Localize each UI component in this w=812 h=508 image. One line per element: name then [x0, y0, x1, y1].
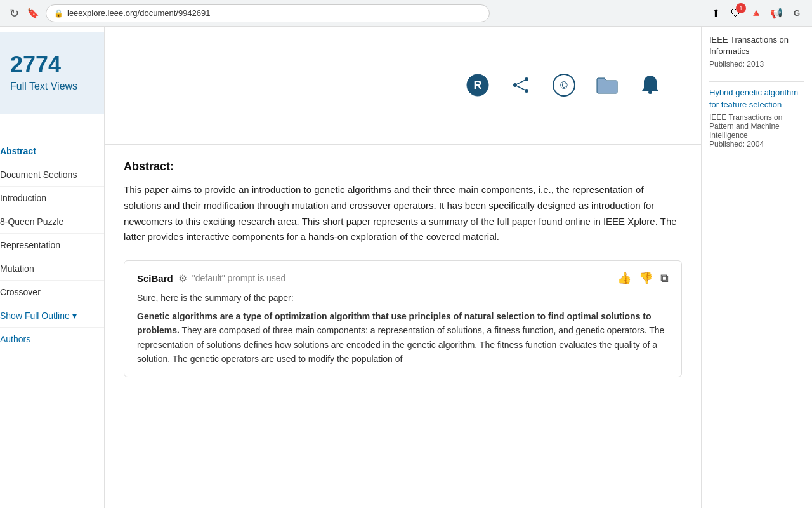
scibard-actions: 👍 👎 ⧉	[617, 271, 669, 285]
sidebar-item-abstract[interactable]: Abstract	[0, 140, 104, 163]
content-area: Abstract: This paper aims to provide an …	[105, 145, 701, 508]
abstract-title: Abstract:	[124, 160, 682, 173]
folder-icon[interactable]	[594, 72, 620, 98]
full-text-views-box: 2774 Full Text Views	[0, 32, 104, 114]
bookmark-icon[interactable]: 🔖	[27, 7, 39, 19]
scibard-body: Genetic algorithms are a type of optimiz…	[137, 309, 669, 366]
browser-actions: ⬆ 🛡1 🔺 📢 G	[708, 6, 804, 21]
action-icons: R ©	[465, 72, 663, 98]
sidebar: 2774 Full Text Views Abstract Document S…	[0, 27, 105, 508]
url-text: ieeexplore.ieee.org/document/9942691	[67, 8, 211, 18]
right-panel-item-2: Hybrid genetic algorithm for feature sel…	[709, 87, 804, 148]
right-panel-item-1: IEEE Transactions on Informatics Publish…	[709, 34, 804, 69]
stat-number: 2774	[10, 53, 61, 76]
svg-line-5	[517, 81, 525, 84]
right-panel-pub-2: Published: 2004	[709, 140, 804, 149]
scibard-intro: Sure, here is the summary of the paper:	[137, 293, 669, 303]
svg-point-2	[525, 77, 528, 81]
stats-bar: R ©	[105, 27, 701, 144]
scibard-box: SciBard ⚙ "default" prompt is used 👍 👎 ⧉…	[124, 260, 682, 377]
copy-button[interactable]: ⧉	[660, 271, 669, 285]
right-panel-divider	[709, 81, 804, 82]
svg-point-3	[513, 83, 517, 87]
lock-icon: 🔒	[54, 9, 63, 18]
shield-badge: 1	[736, 3, 746, 13]
refresh-button[interactable]: ↻	[8, 7, 20, 20]
svg-point-9	[648, 91, 652, 94]
megaphone-icon[interactable]: 📢	[769, 6, 784, 21]
sidebar-item-representation[interactable]: Representation	[0, 234, 104, 257]
right-panel-pub-1: Published: 2013	[709, 60, 804, 69]
sidebar-item-crossover[interactable]: Crossover	[0, 281, 104, 304]
svg-point-4	[525, 89, 528, 93]
upload-icon[interactable]: ⬆	[708, 6, 723, 21]
sidebar-item-full-outline[interactable]: Show Full Outline ▾	[0, 304, 104, 328]
sidebar-item-mutation[interactable]: Mutation	[0, 257, 104, 281]
right-panel-publisher-2: IEEE Transactions on Pattern and Machine…	[709, 113, 804, 140]
thumbup-button[interactable]: 👍	[617, 271, 631, 285]
right-panel-title-1: IEEE Transactions on Informatics	[709, 34, 804, 57]
share-icon[interactable]	[508, 72, 534, 98]
svg-text:R: R	[474, 79, 482, 91]
sidebar-item-8queen[interactable]: 8-Queen Puzzle	[0, 210, 104, 234]
svg-text:©: ©	[560, 80, 568, 91]
scibard-header: SciBard ⚙ "default" prompt is used 👍 👎 ⧉	[137, 271, 669, 285]
svg-line-6	[517, 86, 525, 90]
address-bar[interactable]: 🔒 ieeexplore.ieee.org/document/9942691	[46, 4, 490, 22]
sidebar-item-introduction[interactable]: Introduction	[0, 187, 104, 210]
abstract-text: This paper aims to provide an introducti…	[124, 182, 682, 245]
scibard-body-text: They are composed of three main componen…	[137, 325, 664, 364]
registered-icon[interactable]: R	[465, 72, 490, 98]
stat-label: Full Text Views	[10, 80, 77, 93]
translate-icon[interactable]: G	[789, 6, 804, 21]
bell-icon[interactable]	[638, 72, 663, 98]
right-panel-link-2[interactable]: Hybrid genetic algorithm for feature sel…	[709, 87, 804, 110]
scibard-gear-icon[interactable]: ⚙	[178, 272, 187, 284]
scibard-prompt-label: "default" prompt is used	[192, 273, 286, 283]
main-content: R ©	[105, 27, 701, 508]
thumbdown-button[interactable]: 👎	[639, 271, 653, 285]
scibard-name: SciBard	[137, 273, 173, 284]
browser-chrome: ↻ 🔖 🔒 ieeexplore.ieee.org/document/99426…	[0, 0, 812, 27]
sidebar-item-authors[interactable]: Authors	[0, 328, 104, 351]
right-panel: IEEE Transactions on Informatics Publish…	[701, 27, 812, 508]
copyright-icon[interactable]: ©	[551, 72, 577, 98]
alert-icon[interactable]: 🔺	[749, 6, 764, 21]
shield-ext[interactable]: 🛡1	[728, 6, 743, 21]
sidebar-item-document-sections[interactable]: Document Sections	[0, 163, 104, 187]
